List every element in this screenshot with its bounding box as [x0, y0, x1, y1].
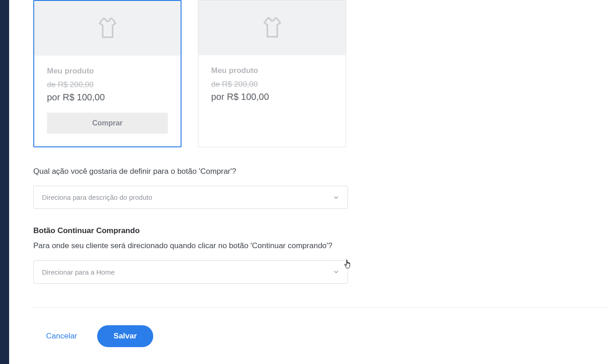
product-image-area [198, 0, 346, 55]
product-image-area [34, 1, 181, 56]
product-card-selected[interactable]: Meu produto de R$ 200,00 por R$ 100,00 C… [33, 0, 182, 147]
continue-select[interactable]: Direcionar para a Home [33, 260, 348, 284]
continue-question-label: Para onde seu cliente será direcionado q… [33, 240, 348, 252]
product-info: Meu produto de R$ 200,00 por R$ 100,00 C… [34, 56, 181, 146]
product-price: por R$ 100,00 [47, 92, 168, 103]
save-button[interactable]: Salvar [97, 325, 153, 347]
sidebar-nav [0, 0, 9, 364]
cancel-button[interactable]: Cancelar [46, 332, 77, 341]
form-section: Qual ação você gostaria de definir para … [33, 166, 348, 284]
product-old-price: de R$ 200,00 [211, 80, 333, 89]
product-name: Meu produto [47, 67, 168, 76]
action-select-wrapper: Direciona para descrição do produto [33, 186, 348, 209]
tshirt-icon [96, 16, 119, 40]
main-content: Meu produto de R$ 200,00 por R$ 100,00 C… [9, 0, 607, 364]
action-question-label: Qual ação você gostaria de definir para … [33, 166, 348, 177]
continue-heading: Botão Continuar Comprando [33, 226, 348, 235]
button-row: Cancelar Salvar [33, 325, 607, 347]
product-old-price: de R$ 200,00 [47, 80, 168, 89]
product-card[interactable]: Meu produto de R$ 200,00 por R$ 100,00 [198, 0, 346, 147]
product-price: por R$ 100,00 [211, 92, 333, 102]
product-name: Meu produto [211, 66, 333, 75]
tshirt-icon [260, 16, 284, 40]
product-info: Meu produto de R$ 200,00 por R$ 100,00 [198, 55, 346, 115]
continue-select-wrapper: Direcionar para a Home [33, 260, 348, 284]
buy-button[interactable]: Comprar [47, 113, 168, 134]
divider [33, 307, 607, 308]
product-cards-row: Meu produto de R$ 200,00 por R$ 100,00 C… [33, 0, 607, 147]
action-select[interactable]: Direciona para descrição do produto [33, 186, 348, 209]
